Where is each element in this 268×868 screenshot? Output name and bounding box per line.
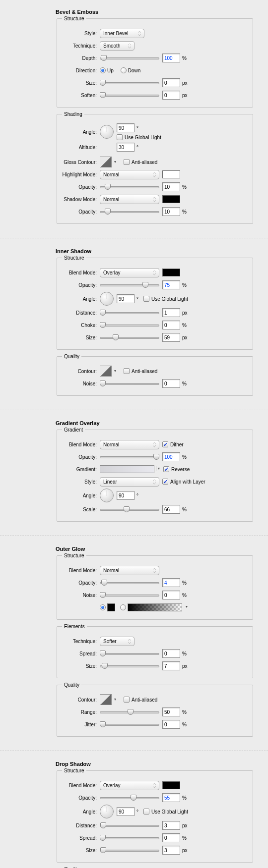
color-swatch[interactable]	[162, 781, 180, 789]
distance-slider[interactable]	[100, 821, 159, 829]
contour-picker[interactable]	[100, 366, 112, 377]
antialiased-checkbox[interactable]	[124, 697, 130, 703]
antialiased-checkbox[interactable]	[124, 368, 130, 374]
soften-input[interactable]	[162, 91, 180, 100]
color-swatch[interactable]	[162, 269, 180, 276]
altitude-input[interactable]	[117, 143, 134, 152]
range-slider[interactable]	[100, 708, 159, 716]
choke-input[interactable]	[162, 321, 180, 329]
style-select[interactable]: Linear	[100, 477, 159, 487]
depth-input[interactable]	[162, 54, 180, 62]
inner-shadow-quality: Quality Contour: Anti-aliased Noise: %	[57, 354, 253, 396]
blend-select[interactable]: Normal	[100, 566, 159, 575]
dither-checkbox[interactable]	[162, 441, 168, 447]
gradient-picker[interactable]	[100, 465, 154, 473]
noise-slider[interactable]	[100, 380, 159, 387]
bevel-structure-group: Structure Style: Inner Bevel Technique: …	[57, 16, 253, 108]
blend-select[interactable]: Normal	[100, 440, 159, 449]
gloss-contour-picker[interactable]	[100, 157, 112, 167]
opacity-slider[interactable]	[100, 453, 159, 461]
soften-slider[interactable]	[100, 91, 159, 99]
direction-up-radio[interactable]	[100, 67, 106, 73]
style-select[interactable]: Inner Bevel	[100, 29, 144, 38]
size-input[interactable]	[162, 333, 180, 342]
technique-select[interactable]: Smooth	[100, 41, 134, 51]
opacity-input[interactable]	[162, 793, 180, 802]
size-input[interactable]	[162, 846, 180, 855]
angle-wheel[interactable]	[100, 488, 114, 502]
opacity-slider[interactable]	[100, 281, 159, 289]
angle-wheel[interactable]	[100, 292, 114, 306]
size-slider[interactable]	[100, 662, 159, 670]
depth-slider[interactable]	[100, 54, 159, 62]
shadow-color-swatch[interactable]	[162, 195, 180, 203]
antialiased-checkbox[interactable]	[124, 159, 130, 165]
highlight-color-swatch[interactable]	[162, 170, 180, 178]
angle-input[interactable]	[117, 807, 134, 816]
drop-shadow-panel: Drop Shadow Structure Blend Mode: Overla…	[0, 752, 268, 868]
scale-input[interactable]	[162, 505, 180, 514]
noise-slider[interactable]	[100, 591, 159, 599]
h-opacity-input[interactable]	[162, 182, 180, 191]
size-input[interactable]	[162, 661, 180, 670]
distance-slider[interactable]	[100, 309, 159, 317]
global-light-checkbox[interactable]	[143, 809, 149, 814]
distance-input[interactable]	[162, 308, 180, 317]
jitter-slider[interactable]	[100, 720, 159, 728]
direction-down-radio[interactable]	[121, 67, 127, 73]
distance-input[interactable]	[162, 821, 180, 830]
align-checkbox[interactable]	[162, 479, 168, 485]
glow-gradient-picker[interactable]	[128, 603, 182, 611]
blend-select[interactable]: Overlay	[100, 781, 159, 790]
s-opacity-slider[interactable]	[100, 208, 159, 216]
drop-shadow-title: Drop Shadow	[56, 761, 253, 767]
scale-slider[interactable]	[100, 505, 159, 513]
angle-input[interactable]	[117, 491, 134, 500]
color-source-gradient-radio[interactable]	[120, 604, 126, 610]
shadow-mode-select[interactable]: Normal	[100, 195, 159, 204]
blend-select[interactable]: Overlay	[100, 268, 159, 277]
highlight-mode-select[interactable]: Normal	[100, 170, 159, 179]
noise-input[interactable]	[162, 591, 180, 599]
opacity-input[interactable]	[162, 280, 180, 289]
outer-glow-structure: Structure Blend Mode: Normal Opacity: % …	[57, 553, 253, 620]
range-input[interactable]	[162, 707, 180, 716]
blend-label: Blend Mode:	[60, 568, 100, 573]
size-slider[interactable]	[100, 333, 159, 341]
spread-input[interactable]	[162, 649, 180, 658]
deg-unit: °	[136, 145, 138, 150]
s-opacity-input[interactable]	[162, 207, 180, 216]
angle-input[interactable]	[117, 123, 134, 132]
angle-input[interactable]	[117, 294, 134, 303]
size-slider[interactable]	[100, 846, 159, 854]
opacity-input[interactable]	[162, 452, 180, 461]
spread-slider[interactable]	[100, 650, 159, 657]
jitter-input[interactable]	[162, 720, 180, 729]
noise-label: Noise:	[60, 381, 100, 386]
glow-color-swatch[interactable]	[107, 603, 115, 611]
technique-select[interactable]: Softer	[100, 637, 134, 646]
spread-input[interactable]	[162, 833, 180, 842]
technique-label: Technique:	[60, 639, 100, 644]
opacity-slider[interactable]	[100, 794, 159, 802]
h-opacity-slider[interactable]	[100, 183, 159, 191]
contour-picker[interactable]	[100, 694, 112, 705]
spread-slider[interactable]	[100, 834, 159, 842]
global-light-checkbox[interactable]	[117, 134, 123, 140]
style-label: Style:	[60, 31, 100, 36]
range-label: Range:	[60, 709, 100, 715]
noise-input[interactable]	[162, 379, 180, 388]
size-slider[interactable]	[100, 79, 159, 87]
h-opacity-label: Opacity:	[60, 184, 100, 190]
global-light-checkbox[interactable]	[143, 296, 149, 302]
angle-wheel[interactable]	[100, 125, 114, 139]
color-source-solid-radio[interactable]	[100, 604, 106, 610]
opacity-slider[interactable]	[100, 579, 159, 587]
angle-wheel[interactable]	[100, 805, 114, 818]
reverse-checkbox[interactable]	[163, 466, 169, 472]
choke-slider[interactable]	[100, 321, 159, 329]
opacity-input[interactable]	[162, 578, 180, 587]
size-label: Size:	[60, 663, 100, 669]
gradient-overlay-panel: Gradient Overlay Gradient Blend Mode: No…	[0, 411, 268, 535]
size-input[interactable]	[162, 78, 180, 87]
